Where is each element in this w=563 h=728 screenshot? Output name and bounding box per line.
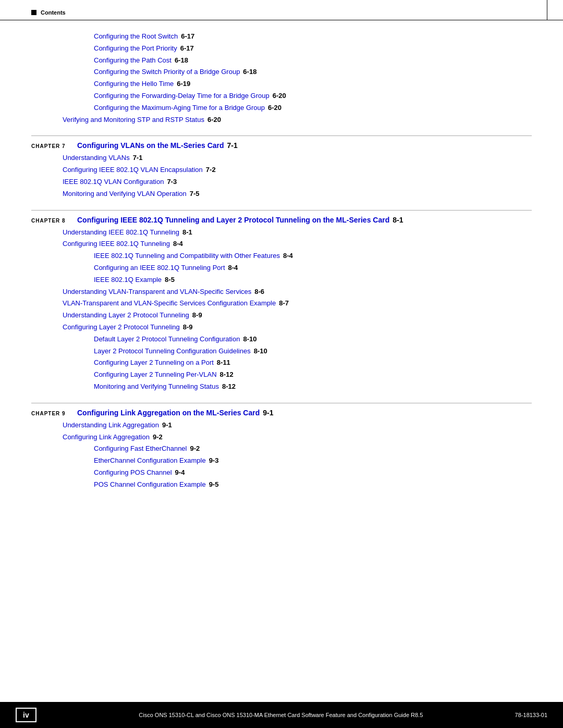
- toc-entry: Understanding Link Aggregation9-1: [63, 420, 532, 431]
- toc-page-number: 6-18: [243, 67, 256, 78]
- toc-link[interactable]: Configuring the Switch Priority of a Bri…: [94, 67, 240, 78]
- toc-link[interactable]: Understanding Layer 2 Protocol Tunneling: [63, 310, 189, 321]
- toc-entry: Monitoring and Verifying Tunneling Statu…: [94, 381, 532, 392]
- toc-page-number: 8-4: [228, 263, 238, 274]
- toc-entry: Verifying and Monitoring STP and RSTP St…: [63, 115, 532, 126]
- toc-page-number: 7-5: [190, 189, 200, 200]
- toc-entry: Default Layer 2 Protocol Tunneling Confi…: [94, 334, 532, 345]
- footer-left: iv: [16, 708, 47, 722]
- toc-page-number: 8-9: [192, 310, 202, 321]
- chapter-row: CHAPTER 9Configuring Link Aggregation on…: [31, 403, 532, 417]
- toc-entry: Understanding Layer 2 Protocol Tunneling…: [63, 310, 532, 321]
- toc-page-number: 9-4: [175, 467, 185, 478]
- toc-entry: Configuring the Forwarding-Delay Time fo…: [94, 91, 532, 102]
- toc-entry: Understanding VLANs7-1: [63, 153, 532, 164]
- toc-link[interactable]: Configuring the Forwarding-Delay Time fo…: [94, 91, 270, 102]
- toc-link[interactable]: Configuring the Maximum-Aging Time for a…: [94, 103, 265, 114]
- chapter-row: CHAPTER 7Configuring VLANs on the ML-Ser…: [31, 135, 532, 150]
- toc-link[interactable]: Configuring the Port Priority: [94, 43, 177, 54]
- toc-link[interactable]: Configuring Layer 2 Tunneling Per-VLAN: [94, 369, 217, 380]
- footer-page-number: iv: [16, 708, 36, 722]
- chapter-label: CHAPTER 7: [31, 143, 73, 149]
- toc-page-number: 8-6: [254, 287, 264, 298]
- toc-entry: Layer 2 Protocol Tunneling Configuration…: [94, 346, 532, 357]
- footer-right-text: 78-18133-01: [515, 712, 547, 718]
- toc-link[interactable]: Understanding VLANs: [63, 153, 130, 164]
- toc-entry: Configuring the Port Priority6-17: [94, 43, 532, 54]
- toc-link[interactable]: IEEE 802.1Q Tunneling and Compatibility …: [94, 251, 280, 262]
- toc-page-number: 8-10: [254, 346, 267, 357]
- header-title: Contents: [41, 9, 66, 16]
- toc-link[interactable]: Configuring the Root Switch: [94, 31, 178, 42]
- toc-link[interactable]: Understanding IEEE 802.1Q Tunneling: [63, 227, 179, 238]
- chapter-title-link[interactable]: Configuring VLANs on the ML-Series Card: [77, 141, 224, 150]
- toc-link[interactable]: Configuring IEEE 802.1Q VLAN Encapsulati…: [63, 165, 203, 176]
- toc-page-number: 9-2: [153, 432, 163, 443]
- toc-page-number: 8-4: [283, 251, 293, 262]
- chapter-title-link[interactable]: Configuring IEEE 802.1Q Tunneling and La…: [77, 216, 389, 224]
- toc-link[interactable]: IEEE 802.1Q VLAN Configuration: [63, 177, 164, 188]
- toc-entry: Configuring Layer 2 Tunneling on a Port8…: [94, 357, 532, 368]
- chapter-title-link[interactable]: Configuring Link Aggregation on the ML-S…: [77, 409, 260, 417]
- toc-link[interactable]: Configuring the Hello Time: [94, 79, 174, 90]
- toc-link[interactable]: Configuring Layer 2 Tunneling on a Port: [94, 357, 214, 368]
- toc-page-number: 8-12: [222, 381, 236, 392]
- toc-link[interactable]: Understanding VLAN-Transparent and VLAN-…: [63, 287, 251, 298]
- toc-link[interactable]: Configuring IEEE 802.1Q Tunneling: [63, 239, 170, 250]
- toc-page-number: 8-10: [243, 334, 256, 345]
- toc-page-number: 8-4: [173, 239, 183, 250]
- toc-link[interactable]: Configuring Fast EtherChannel: [94, 443, 187, 454]
- chapter-label: CHAPTER 9: [31, 411, 73, 416]
- header-square-icon: [31, 10, 36, 15]
- toc-entry: VLAN-Transparent and VLAN-Specific Servi…: [63, 298, 532, 309]
- toc-link[interactable]: Understanding Link Aggregation: [63, 420, 159, 431]
- toc-link[interactable]: Default Layer 2 Protocol Tunneling Confi…: [94, 334, 240, 345]
- top-border: [0, 20, 563, 20]
- toc-page-number: 8-7: [279, 298, 289, 309]
- toc-link[interactable]: Layer 2 Protocol Tunneling Configuration…: [94, 346, 251, 357]
- toc-page-number: 8-1: [182, 227, 192, 238]
- toc-link[interactable]: Configuring Link Aggregation: [63, 432, 150, 443]
- toc-entry: Configuring the Maximum-Aging Time for a…: [94, 103, 532, 114]
- toc-page-number: 8-5: [165, 275, 175, 286]
- toc-page-number: 9-2: [190, 443, 200, 454]
- toc-link[interactable]: Configuring an IEEE 802.1Q Tunneling Por…: [94, 263, 225, 274]
- toc-page-number: 6-20: [207, 115, 221, 126]
- toc-page-number: 7-3: [167, 177, 177, 188]
- toc-entry: Configuring the Path Cost6-18: [94, 55, 532, 66]
- toc-link[interactable]: Configuring Layer 2 Protocol Tunneling: [63, 322, 180, 333]
- toc-link[interactable]: VLAN-Transparent and VLAN-Specific Servi…: [63, 298, 276, 309]
- toc-entry: Configuring IEEE 802.1Q VLAN Encapsulati…: [63, 165, 532, 176]
- toc-link[interactable]: EtherChannel Configuration Example: [94, 455, 206, 466]
- chapter-page-number: 9-1: [263, 409, 273, 417]
- toc-link[interactable]: IEEE 802.1Q Example: [94, 275, 162, 286]
- toc-link[interactable]: Monitoring and Verifying Tunneling Statu…: [94, 381, 219, 392]
- toc-page-number: 7-1: [133, 153, 143, 164]
- toc-entry: Configuring the Hello Time6-19: [94, 79, 532, 90]
- content-area: Configuring the Root Switch6-17Configuri…: [31, 31, 532, 697]
- toc-entry: Monitoring and Verifying VLAN Operation7…: [63, 189, 532, 200]
- toc-link[interactable]: Configuring POS Channel: [94, 467, 172, 478]
- chapter-label: CHAPTER 8: [31, 218, 73, 224]
- toc-entry: Configuring POS Channel9-4: [94, 467, 532, 478]
- toc-page-number: 8-11: [217, 357, 230, 368]
- toc-page-number: 9-5: [209, 479, 219, 490]
- toc-entry: Configuring Layer 2 Protocol Tunneling8-…: [63, 322, 532, 333]
- toc-link[interactable]: Verifying and Monitoring STP and RSTP St…: [63, 115, 204, 126]
- toc-entry: Configuring an IEEE 802.1Q Tunneling Por…: [94, 263, 532, 274]
- toc-page-number: 6-20: [268, 103, 282, 114]
- toc-entry: Configuring Fast EtherChannel9-2: [94, 443, 532, 454]
- toc-link[interactable]: Configuring the Path Cost: [94, 55, 172, 66]
- toc-page-number: 6-19: [177, 79, 190, 90]
- toc-page-number: 9-3: [209, 455, 219, 466]
- toc-link[interactable]: Monitoring and Verifying VLAN Operation: [63, 189, 187, 200]
- footer-center-text: Cisco ONS 15310-CL and Cisco ONS 15310-M…: [47, 712, 515, 718]
- toc-page-number: 6-17: [180, 43, 194, 54]
- toc-page-number: 8-12: [220, 369, 234, 380]
- chapter-page-number: 7-1: [227, 141, 238, 150]
- page: Contents Configuring the Root Switch6-17…: [0, 0, 563, 728]
- toc-entry: Configuring the Root Switch6-17: [94, 31, 532, 42]
- toc-link[interactable]: POS Channel Configuration Example: [94, 479, 206, 490]
- chapter-page-number: 8-1: [393, 216, 403, 224]
- toc-entry: Understanding VLAN-Transparent and VLAN-…: [63, 287, 532, 298]
